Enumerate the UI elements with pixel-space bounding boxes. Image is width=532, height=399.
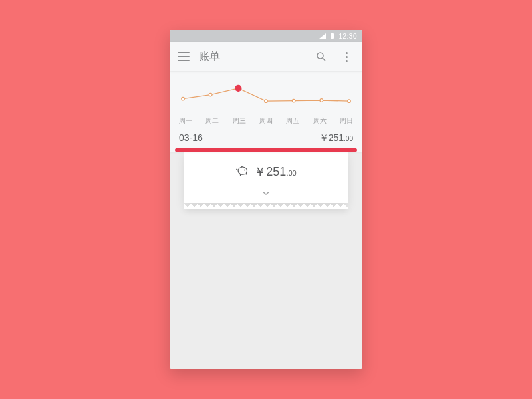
status-bar: 12:30 <box>170 30 362 42</box>
svg-point-8 <box>265 100 268 103</box>
summary-amount: ￥251.00 <box>319 132 353 144</box>
app-bar: 账单 <box>170 42 362 71</box>
chart-card: 周一周二周三周四周五周六周日 03-16 ￥251.00 <box>170 71 362 152</box>
chart-tick-label: 周六 <box>313 116 327 126</box>
svg-point-7 <box>235 85 241 91</box>
chart-tick-label: 周日 <box>340 116 353 126</box>
battery-icon <box>330 33 334 39</box>
weekly-chart[interactable] <box>179 80 353 112</box>
piggybank-icon <box>235 164 249 179</box>
svg-point-5 <box>182 97 185 100</box>
svg-point-10 <box>320 99 323 102</box>
status-clock: 12:30 <box>338 33 357 40</box>
svg-point-12 <box>245 170 245 170</box>
chart-tick-label: 周一 <box>179 116 192 126</box>
chevron-down-icon[interactable] <box>191 186 341 198</box>
svg-point-6 <box>209 93 212 96</box>
chart-tick-label: 周四 <box>259 116 273 126</box>
page-title: 账单 <box>199 50 304 64</box>
svg-marker-0 <box>319 33 326 39</box>
overflow-icon[interactable] <box>338 49 354 65</box>
svg-rect-2 <box>332 33 333 34</box>
chart-tick-label: 周五 <box>286 116 299 126</box>
summary-date: 03-16 <box>179 132 203 143</box>
chart-x-labels: 周一周二周三周四周五周六周日 <box>179 116 353 126</box>
summary-row: 03-16 ￥251.00 <box>179 132 353 144</box>
phone-frame: 12:30 账单 周一周二周三周四周五周六周日 03-16 ￥251.00 <box>170 30 362 369</box>
receipt-line: ￥251.00 <box>191 164 341 180</box>
chart-tick-label: 周二 <box>205 116 219 126</box>
chart-tick-label: 周三 <box>233 116 246 126</box>
svg-point-11 <box>348 100 351 103</box>
svg-line-4 <box>323 58 325 61</box>
svg-point-3 <box>317 53 323 59</box>
accent-bar <box>175 148 357 152</box>
signal-icon <box>319 33 326 39</box>
search-icon[interactable] <box>313 49 329 65</box>
receipt-amount: ￥251.00 <box>254 164 296 180</box>
menu-icon[interactable] <box>178 52 190 61</box>
receipt-wrap: ￥251.00 <box>170 152 362 213</box>
svg-rect-1 <box>331 33 334 39</box>
svg-point-9 <box>292 99 295 102</box>
receipt-card: ￥251.00 <box>184 152 348 203</box>
